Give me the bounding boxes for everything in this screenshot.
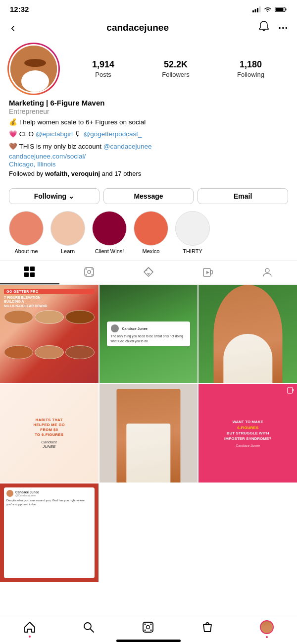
svg-rect-26 bbox=[293, 389, 294, 391]
person-icon bbox=[262, 267, 273, 277]
grid-post-3[interactable] bbox=[198, 285, 297, 383]
following-stat[interactable]: 1,180 Following bbox=[237, 59, 264, 79]
svg-point-30 bbox=[144, 624, 146, 625]
nav-action-icons: ··· bbox=[258, 20, 288, 35]
tab-igtv[interactable] bbox=[178, 261, 238, 284]
bio-location: Chicago, Illinois bbox=[9, 161, 288, 168]
notification-icon[interactable] bbox=[258, 20, 269, 35]
reels-badge-icon bbox=[287, 387, 294, 395]
svg-rect-23 bbox=[210, 270, 212, 274]
svg-rect-1 bbox=[255, 9, 256, 12]
highlights-row: About me Learn Client Wins! Mexico THIRT… bbox=[0, 204, 297, 258]
svg-rect-2 bbox=[257, 8, 258, 12]
shop-icon bbox=[201, 621, 214, 634]
message-button[interactable]: Message bbox=[103, 188, 194, 204]
svg-rect-25 bbox=[288, 387, 293, 393]
mention-epicfabgirl[interactable]: @epicfabgirl bbox=[36, 130, 73, 138]
nav-bar: ‹ candacejunee ··· bbox=[0, 16, 297, 39]
tab-grid[interactable] bbox=[0, 261, 59, 284]
stats-row: 1,914 Posts 52.2K Followers 1,180 Follow… bbox=[68, 59, 288, 79]
svg-point-8 bbox=[21, 70, 49, 92]
grid-post-1[interactable]: go getter pro 7-Figure ElevationBuilding… bbox=[0, 285, 99, 383]
home-icon bbox=[23, 621, 36, 634]
tab-tagged[interactable] bbox=[119, 261, 178, 284]
grid-post-6[interactable]: WANT TO MAKE6-FIGURESBUT STRUGGLE WITHIM… bbox=[198, 384, 297, 483]
grid-post-5[interactable] bbox=[99, 384, 198, 483]
profile-top: 1,914 Posts 52.2K Followers 1,180 Follow… bbox=[9, 44, 288, 94]
wifi-icon bbox=[264, 6, 272, 12]
home-indicator bbox=[116, 640, 181, 642]
grid-post-4[interactable]: HABITS THATHELPED ME GOFROM $0TO 6-FIGUR… bbox=[0, 384, 99, 483]
email-button[interactable]: Email bbox=[198, 188, 288, 204]
highlight-about-me[interactable]: About me bbox=[9, 211, 44, 254]
more-options-icon[interactable]: ··· bbox=[278, 22, 288, 34]
svg-point-24 bbox=[265, 268, 269, 272]
nav-reels[interactable] bbox=[142, 621, 154, 634]
highlight-mexico[interactable]: Mexico bbox=[134, 211, 168, 254]
following-button[interactable]: Following ⌄ bbox=[9, 188, 99, 204]
svg-point-33 bbox=[150, 630, 151, 631]
svg-point-16 bbox=[88, 270, 91, 273]
bio-name: Marketing | 6-Figure Maven bbox=[9, 99, 288, 107]
svg-rect-6 bbox=[276, 8, 284, 11]
status-time: 12:32 bbox=[10, 5, 29, 13]
nav-search[interactable] bbox=[82, 621, 95, 634]
battery-icon bbox=[275, 6, 287, 12]
highlight-thirty[interactable]: THIRTY bbox=[175, 211, 210, 254]
svg-point-31 bbox=[150, 624, 151, 625]
bio-title: Entrepreneur bbox=[9, 107, 288, 115]
grid-post-7[interactable]: Candace Junee @Candacejunee Despite what… bbox=[0, 483, 99, 582]
content-tabs bbox=[0, 260, 297, 285]
nav-profile[interactable] bbox=[260, 620, 274, 634]
action-buttons: Following ⌄ Message Email bbox=[9, 188, 288, 204]
signal-icon bbox=[252, 6, 261, 12]
svg-rect-11 bbox=[24, 267, 29, 271]
avatar[interactable] bbox=[9, 44, 58, 94]
profile-username: candacejunee bbox=[106, 22, 169, 33]
mention-gogetter[interactable]: @gogetterpodcast_ bbox=[84, 130, 142, 138]
svg-rect-12 bbox=[30, 267, 35, 271]
svg-rect-14 bbox=[30, 272, 35, 277]
reels-nav-icon bbox=[142, 621, 154, 634]
highlight-client-wins[interactable]: Client Wins! bbox=[92, 211, 127, 254]
search-icon bbox=[82, 621, 95, 634]
tab-profile[interactable] bbox=[238, 261, 297, 284]
back-button[interactable]: ‹ bbox=[9, 21, 17, 35]
posts-stat[interactable]: 1,914 Posts bbox=[92, 59, 114, 79]
svg-rect-3 bbox=[259, 6, 261, 12]
svg-point-20 bbox=[92, 274, 93, 275]
grid-post-2[interactable]: Candace Junee The only thing you need to… bbox=[99, 285, 198, 383]
igtv-icon bbox=[202, 267, 213, 277]
status-icons bbox=[252, 6, 287, 12]
grid-icon bbox=[24, 267, 35, 277]
tab-reels[interactable] bbox=[59, 261, 119, 284]
svg-rect-0 bbox=[252, 10, 254, 12]
svg-point-17 bbox=[86, 268, 87, 269]
bio-line3: 🤎 THIS is my only biz account @candaceju… bbox=[9, 142, 288, 152]
svg-point-29 bbox=[146, 626, 149, 629]
svg-point-19 bbox=[86, 274, 87, 275]
highlight-learn[interactable]: Learn bbox=[50, 211, 85, 254]
bio-line1: 💰 I help women scale to 6+ Figures on so… bbox=[9, 117, 288, 127]
bio-link[interactable]: candacejunee.com/social/ bbox=[9, 153, 288, 160]
status-bar: 12:32 bbox=[0, 0, 297, 16]
svg-point-21 bbox=[146, 269, 148, 270]
tagged-icon bbox=[143, 267, 154, 277]
svg-rect-5 bbox=[286, 8, 287, 10]
nav-shop[interactable] bbox=[201, 621, 214, 634]
bio-followed-by: Followed by wofaith, veroquinj and 17 ot… bbox=[9, 170, 288, 177]
svg-point-10 bbox=[24, 59, 46, 67]
svg-rect-13 bbox=[24, 272, 29, 277]
followers-stat[interactable]: 52.2K Followers bbox=[162, 59, 190, 79]
mention-candace[interactable]: @candacejunee bbox=[103, 143, 152, 150]
nav-home[interactable] bbox=[23, 621, 36, 634]
profile-section: 1,914 Posts 52.2K Followers 1,180 Follow… bbox=[0, 39, 297, 182]
photo-grid: go getter pro 7-Figure ElevationBuilding… bbox=[0, 285, 297, 582]
svg-point-18 bbox=[92, 268, 93, 269]
bio-line2: 💗 CEO @epicfabgirl 🎙 @gogetterpodcast_ bbox=[9, 129, 288, 139]
bio-section: Marketing | 6-Figure Maven Entrepreneur … bbox=[9, 99, 288, 177]
svg-point-32 bbox=[144, 630, 146, 631]
reels-icon bbox=[84, 267, 95, 277]
